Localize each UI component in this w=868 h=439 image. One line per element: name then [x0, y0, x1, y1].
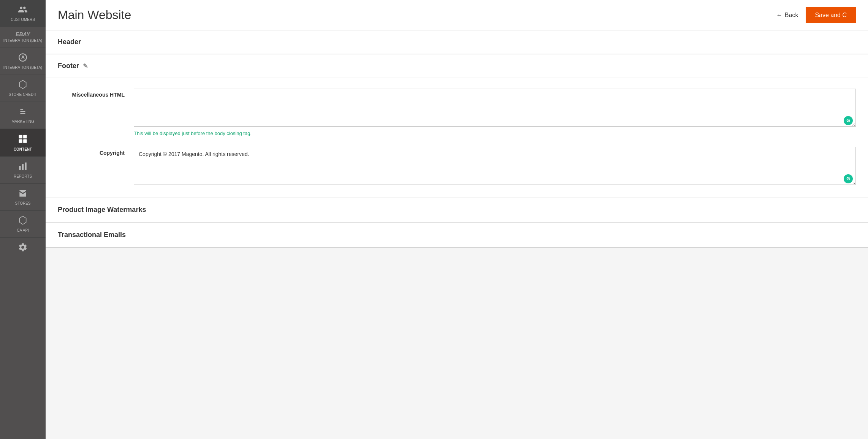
misc-html-row: Miscellaneous HTML G This will be displa… [58, 89, 856, 136]
sidebar-item-marketing[interactable]: MARKETING [0, 102, 46, 129]
footer-title-text: Footer [58, 62, 79, 70]
footer-section: Footer ✎ Miscellaneous HTML G This will … [46, 54, 868, 197]
sidebar-item-stores[interactable]: STORES [0, 184, 46, 211]
sidebar-item-ebay[interactable]: eBay INTEGRATION (BETA) [0, 27, 46, 48]
sidebar-item-settings[interactable] [0, 238, 46, 260]
misc-html-input[interactable] [134, 89, 856, 127]
back-arrow-icon: ← [776, 12, 782, 19]
stores-icon [18, 188, 28, 200]
content-area: Header Footer ✎ Miscellaneous HTML G [46, 30, 868, 439]
content-icon [17, 134, 28, 146]
copyright-field: G [134, 147, 856, 186]
reports-icon [18, 161, 28, 173]
svg-rect-3 [19, 135, 22, 138]
footer-section-title[interactable]: Footer ✎ [46, 54, 868, 78]
main-area: Main Website ← Back Save and C Header Fo… [46, 0, 868, 439]
sidebar-ca-api-label: CA API [17, 228, 29, 233]
svg-rect-4 [23, 135, 27, 138]
sidebar-stores-label: STORES [15, 201, 31, 206]
watermarks-section: Product Image Watermarks [46, 197, 868, 223]
svg-rect-9 [25, 162, 26, 170]
topbar-actions: ← Back Save and C [776, 7, 856, 23]
amazon-icon: a [18, 52, 28, 64]
svg-rect-7 [19, 166, 21, 170]
save-button[interactable]: Save and C [806, 7, 856, 23]
header-section: Header [46, 30, 868, 54]
emails-section: Transactional Emails [46, 223, 868, 248]
sidebar-item-ca-api[interactable]: CA API [0, 211, 46, 238]
sidebar-item-content[interactable]: CONTENT [0, 129, 46, 157]
sidebar-amazon-label: INTEGRATION (BETA) [3, 65, 42, 70]
sidebar-item-customers[interactable]: CUSTOMERS [0, 0, 46, 27]
svg-text:a: a [21, 54, 25, 60]
sidebar-customers-label: CUSTOMERS [11, 17, 35, 22]
topbar: Main Website ← Back Save and C [46, 0, 868, 30]
sidebar-reports-label: REPORTS [14, 174, 32, 179]
copyright-input[interactable] [134, 147, 856, 185]
back-label: Back [785, 12, 798, 19]
sidebar-marketing-label: MARKETING [11, 119, 34, 124]
store-credit-icon [18, 80, 28, 91]
copyright-wrapper: G [134, 147, 856, 186]
sidebar-item-amazon[interactable]: a INTEGRATION (BETA) [0, 48, 46, 75]
footer-section-body: Miscellaneous HTML G This will be displa… [46, 78, 868, 197]
copyright-label: Copyright [58, 147, 134, 156]
customers-icon [18, 5, 28, 16]
header-section-title[interactable]: Header [46, 30, 868, 54]
sidebar: CUSTOMERS eBay INTEGRATION (BETA) a INTE… [0, 0, 46, 439]
sidebar-ebay-label: INTEGRATION (BETA) [3, 38, 42, 43]
svg-marker-10 [19, 216, 26, 224]
edit-icon[interactable]: ✎ [83, 62, 88, 70]
marketing-icon [18, 107, 28, 118]
ebay-icon: eBay [16, 32, 30, 37]
svg-rect-8 [22, 164, 24, 170]
svg-rect-6 [23, 139, 27, 143]
sidebar-content-label: CONTENT [14, 147, 32, 152]
misc-html-field: G This will be displayed just before the… [134, 89, 856, 136]
ca-api-icon [18, 215, 28, 227]
page-title: Main Website [58, 8, 131, 22]
sidebar-item-reports[interactable]: REPORTS [0, 157, 46, 184]
watermarks-title[interactable]: Product Image Watermarks [46, 197, 868, 222]
footer-header-row: Footer ✎ [58, 62, 856, 70]
misc-html-hint: This will be displayed just before the b… [134, 130, 856, 136]
misc-html-label: Miscellaneous HTML [58, 89, 134, 98]
sidebar-item-store-credit[interactable]: STORE CREDIT [0, 75, 46, 102]
back-button[interactable]: ← Back [776, 12, 798, 19]
emails-title[interactable]: Transactional Emails [46, 223, 868, 247]
settings-icon [18, 242, 28, 254]
copyright-row: Copyright G [58, 147, 856, 186]
svg-marker-2 [19, 80, 26, 89]
misc-html-wrapper: G [134, 89, 856, 128]
sidebar-store-credit-label: STORE CREDIT [9, 92, 37, 97]
svg-rect-5 [19, 139, 22, 143]
